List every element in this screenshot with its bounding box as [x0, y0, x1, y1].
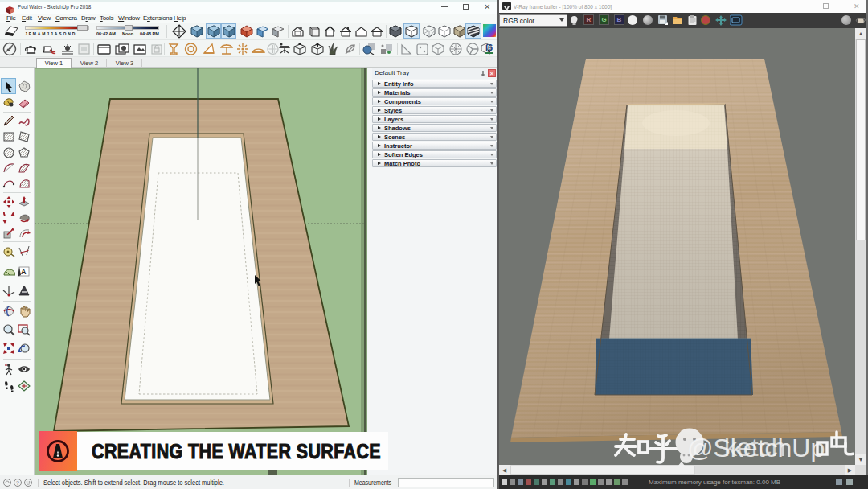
svg-text:ketch: ketch: [724, 433, 785, 462]
svg-text:A: A: [21, 268, 27, 276]
svg-text:?: ?: [16, 480, 19, 486]
